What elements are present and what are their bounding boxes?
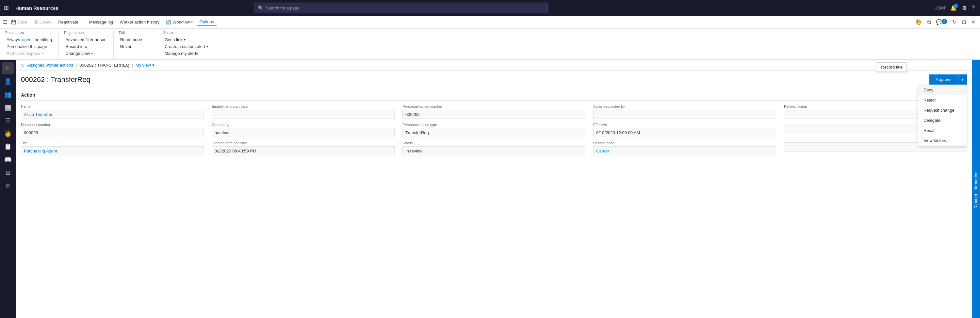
delegate-item[interactable]: Delegate	[918, 115, 967, 126]
record-title-tooltip: Record title	[877, 62, 907, 72]
created-by-value: hasrivas	[212, 128, 395, 137]
left-sidebar: ⌂ 👤 👥 🏢 ☰ 🧑 📋 📖 ⊞ ⚙	[0, 60, 16, 318]
created-by-field: Created by hasrivas	[212, 123, 395, 137]
personnel-action-number-value: 000262	[402, 110, 585, 119]
recall-item[interactable]: Recall	[918, 126, 967, 135]
advanced-filter-item[interactable]: Advanced filter or sort	[64, 37, 108, 43]
add-workspace-chevron: ▾	[41, 52, 43, 55]
form-grid: Name Alicia Thornber Employment start da…	[21, 105, 967, 156]
personnel-number-field: Personnel number 000028	[21, 123, 204, 137]
action-requested-by-label: Action requested by	[593, 105, 776, 108]
section-title: Action	[21, 92, 35, 98]
revert-item[interactable]: Revert	[119, 43, 153, 49]
personalize-icon[interactable]: 🎨	[913, 17, 924, 27]
content-area: ▽ Assigned worker actions | 000262 : TRA…	[16, 60, 972, 318]
change-view-chevron: ▾	[91, 52, 93, 55]
request-change-item[interactable]: Request change	[918, 105, 967, 115]
personalize-page-item[interactable]: Personalize this page	[5, 43, 53, 49]
apps-grid-icon[interactable]: ⊞	[4, 4, 9, 11]
edit-group: Edit Read mode Revert	[119, 31, 158, 59]
sidebar-list-icon[interactable]: ☰	[2, 114, 14, 126]
search-icon: 🔍	[258, 6, 263, 10]
top-nav-right: USMF 🔔 1 ⚙ ?	[934, 3, 976, 13]
get-link-item[interactable]: Get a link ▾	[163, 37, 209, 43]
delete-button[interactable]: 🗑 Delete	[31, 18, 54, 26]
chat-icon[interactable]: 💬0	[934, 17, 949, 27]
ribbon-sep-1	[84, 18, 84, 26]
personnel-number-label: Personnel number	[21, 123, 204, 127]
title-label: Title	[21, 141, 204, 145]
name-value: Alicia Thornber	[21, 110, 204, 119]
worker-action-history-button[interactable]: Worker action history	[117, 18, 162, 26]
options-ribbon: Personalize Always open for editing Pers…	[0, 29, 980, 60]
sidebar-org-icon[interactable]: 🏢	[2, 102, 14, 113]
sidebar-clipboard-icon[interactable]: 📋	[2, 141, 14, 153]
reactivate-button[interactable]: Reactivate	[56, 18, 81, 26]
manage-alerts-item[interactable]: Manage my alerts	[163, 50, 209, 56]
save-icon: 💾	[11, 19, 16, 24]
status-value: In review	[402, 146, 585, 156]
view-chevron: ▾	[152, 63, 154, 68]
breadcrumb-link[interactable]: Assigned worker actions	[27, 63, 73, 68]
create-alert-chevron: ▾	[207, 45, 208, 48]
save-button[interactable]: 💾 Save	[8, 18, 30, 26]
main-area: ⌂ 👤 👥 🏢 ☰ 🧑 📋 📖 ⊞ ⚙ ▽ Assigned worker ac…	[0, 60, 980, 318]
created-date-label: Created date and time	[212, 141, 395, 145]
page-options-group-title: Page options	[64, 31, 108, 35]
deny-item[interactable]: Deny	[918, 85, 967, 95]
related-information-panel[interactable]: Related information	[972, 60, 980, 318]
action-form-section: Action 8/10/2020 12:0 Name Alicia Thornb…	[16, 89, 972, 161]
personalize-group: Personalize Always open for editing Pers…	[5, 31, 59, 59]
breadcrumb-sep1: |	[76, 63, 77, 68]
section-header: Action 8/10/2020 12:0	[21, 92, 967, 100]
popout-icon[interactable]: ⊡	[960, 17, 968, 27]
approve-button[interactable]: Approve	[929, 75, 958, 84]
sidebar-people-icon[interactable]: 👥	[2, 89, 14, 100]
title-value: Purchasing Agent	[21, 146, 204, 156]
notification-button[interactable]: 🔔 1	[949, 3, 958, 13]
effective-field: Effective 8/10/2020 12:00:00 AM	[593, 123, 776, 137]
reason-code-label: Reason code	[593, 141, 776, 145]
view-history-item[interactable]: View history	[918, 135, 967, 146]
filter-icon[interactable]: ▽	[21, 62, 24, 68]
personnel-action-number-field: Personnel action number 000262	[402, 105, 585, 119]
employment-start-field: Employment start date	[212, 105, 395, 119]
options-button[interactable]: Options	[197, 18, 216, 26]
close-ribbon-icon[interactable]: ✕	[969, 17, 977, 27]
breadcrumb-sep2: |	[132, 63, 133, 68]
refresh-icon[interactable]: ↻	[950, 17, 958, 27]
sidebar-settings-icon[interactable]: ⚙	[2, 180, 14, 192]
search-input[interactable]	[266, 6, 544, 10]
created-date-field: Created date and time 8/2/2020 09:43:59 …	[212, 141, 395, 156]
always-open-item[interactable]: Always open for editing	[5, 37, 53, 43]
create-alert-item[interactable]: Create a custom alert ▾	[163, 43, 209, 49]
personnel-action-number-label: Personnel action number	[402, 105, 585, 108]
breadcrumb: ▽ Assigned worker actions | 000262 : TRA…	[16, 60, 972, 70]
message-log-button[interactable]: Message log	[87, 18, 116, 26]
personnel-action-type-value: TransferReq	[402, 128, 585, 137]
workflow-button[interactable]: 🔄 Workflow ▾	[163, 18, 195, 26]
sidebar-book-icon[interactable]: 📖	[2, 154, 14, 165]
view-selector[interactable]: My view ▾	[135, 63, 154, 68]
reject-item[interactable]: Reject	[918, 95, 967, 105]
sidebar-person-icon[interactable]: 👤	[2, 75, 14, 87]
settings-nav-icon[interactable]: ⚙	[961, 3, 968, 13]
record-info-item[interactable]: Record info	[64, 43, 108, 49]
approve-dropdown-button[interactable]: ▾	[958, 75, 967, 84]
hamburger-menu[interactable]: ☰	[3, 19, 7, 25]
created-by-label: Created by	[212, 123, 395, 127]
name-label: Name	[21, 105, 204, 108]
sidebar-home-icon[interactable]: ⌂	[2, 62, 14, 74]
fullscreen-icon[interactable]: ⧉	[925, 18, 932, 27]
sidebar-worker-icon[interactable]: 🧑	[2, 128, 14, 140]
add-to-workspace-item[interactable]: Add to workspace ▾	[5, 50, 53, 56]
title-field: Title Purchasing Agent	[21, 141, 204, 156]
read-mode-item[interactable]: Read mode	[119, 37, 153, 43]
workflow-chevron: ▾	[191, 20, 193, 24]
change-view-item[interactable]: Change view ▾	[64, 50, 108, 56]
share-group: Share Get a link ▾ Create a custom alert…	[163, 31, 215, 59]
personalize-group-title: Personalize	[5, 31, 53, 35]
effective-label: Effective	[593, 123, 776, 127]
sidebar-grid-icon[interactable]: ⊞	[2, 167, 14, 178]
help-nav-icon[interactable]: ?	[970, 3, 976, 12]
